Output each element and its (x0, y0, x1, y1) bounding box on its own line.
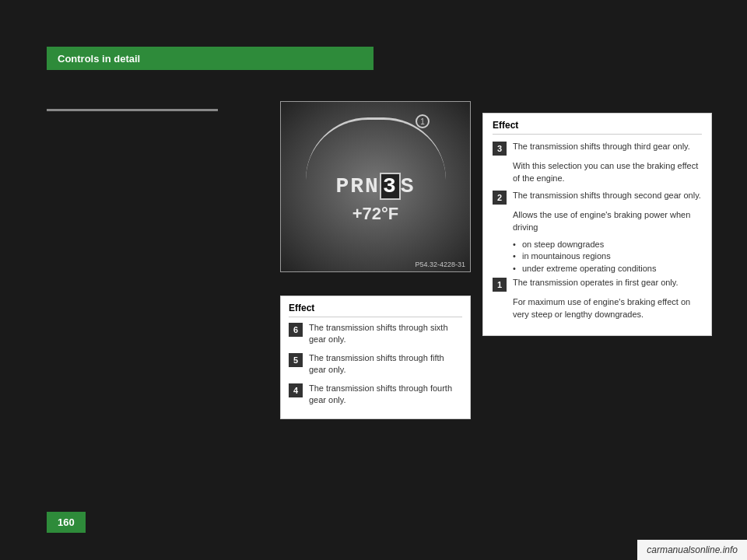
page-number: 160 (47, 512, 86, 533)
temp-display: +72°F (352, 204, 399, 224)
section-title: Controls in detail (58, 53, 140, 65)
table-row: 4 The transmission shifts through fourth… (289, 383, 462, 407)
gear-2-sub: Allows the use of engine's braking power… (513, 209, 702, 234)
decorative-line (47, 109, 218, 111)
gear-1-content: The transmission operates in first gear … (513, 277, 679, 289)
table-right-header: Effect (493, 120, 702, 135)
circle-indicator: 1 (416, 114, 430, 128)
gear-3-sub: With this selection you can use the brak… (513, 160, 702, 185)
table-row: 6 The transmission shifts through sixth … (289, 322, 462, 346)
gear-badge-2: 2 (493, 191, 507, 205)
gear-1-sub: For maximum use of engine's braking effe… (513, 296, 702, 321)
dashboard-display: 1 PRN3S +72°F P54.32-4228-31 (281, 102, 470, 271)
gear-1-main: The transmission operates in first gear … (513, 277, 679, 289)
gear-table-lower: Effect 6 The transmission shifts through… (280, 296, 471, 419)
image-reference: P54.32-4228-31 (415, 261, 465, 268)
gear-2-content: The transmission shifts through second g… (513, 190, 701, 202)
gear-3-content: The transmission shifts through third ge… (513, 141, 690, 153)
gear-2-main: The transmission shifts through second g… (513, 190, 701, 202)
gear-badge-5: 5 (289, 353, 303, 367)
dashboard-image: 1 PRN3S +72°F P54.32-4228-31 (280, 101, 471, 272)
table-row-3: 3 The transmission shifts through third … (493, 141, 702, 156)
table-row: 5 The transmission shifts through fifth … (289, 352, 462, 376)
table-lower-header: Effect (289, 303, 462, 317)
watermark: carmanualsonline.info (637, 540, 747, 560)
gear-4-desc: The transmission shifts through fourth g… (309, 383, 462, 407)
gear-badge-4: 4 (289, 383, 303, 397)
bullet-item: on steep downgrades (513, 239, 702, 250)
gear-5-desc: The transmission shifts through fifth ge… (309, 352, 462, 376)
gear-badge-3: 3 (493, 142, 507, 156)
gear-3-main: The transmission shifts through third ge… (513, 141, 690, 153)
table-row-1: 1 The transmission operates in first gea… (493, 277, 702, 292)
gear-badge-1: 1 (493, 278, 507, 292)
table-row-2: 2 The transmission shifts through second… (493, 190, 702, 205)
gear-table-right: Effect 3 The transmission shifts through… (482, 113, 712, 336)
gear-6-desc: The transmission shifts through sixth ge… (309, 322, 462, 346)
gear-2-bullets: on steep downgrades in mountainous regio… (513, 239, 702, 275)
bullet-item: under extreme operating conditions (513, 263, 702, 275)
bullet-item: in mountainous regions (513, 250, 702, 262)
gear-badge-6: 6 (289, 323, 303, 337)
section-header: Controls in detail (47, 47, 374, 70)
